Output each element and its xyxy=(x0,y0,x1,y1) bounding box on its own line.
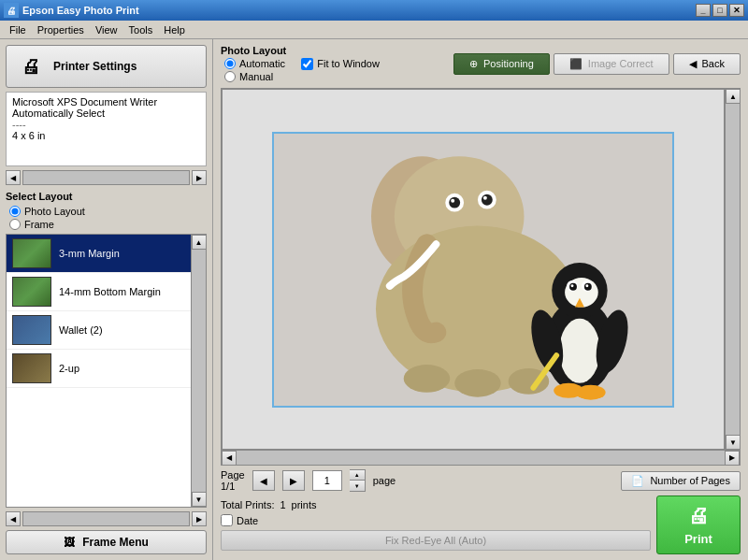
layout-item-3mm-label: 3-mm Margin xyxy=(59,248,120,259)
page-spinner-up[interactable]: ▲ xyxy=(350,470,365,481)
vscroll-up-btn[interactable]: ▲ xyxy=(726,89,740,104)
layout-item-14mm[interactable]: 14-mm Bottom Margin xyxy=(7,273,191,311)
radio-automatic-row[interactable]: Automatic xyxy=(224,58,286,69)
positioning-button[interactable]: ⊕ Positioning xyxy=(453,53,550,75)
page-controls: Page 1/1 ◀ ▶ ▲ ▼ page 📄 Number of Pages xyxy=(221,466,741,495)
date-checkbox-row[interactable]: Date xyxy=(221,514,651,526)
radio-automatic-label: Automatic xyxy=(239,58,285,69)
page-spinner: ▲ ▼ xyxy=(350,469,366,492)
svg-point-9 xyxy=(483,195,487,199)
layout-thumb-2up xyxy=(12,353,51,383)
layout-item-wallet[interactable]: Wallet (2) xyxy=(7,311,191,350)
toolbar-row: Photo Layout Automatic Manual Fit to Win… xyxy=(221,45,741,82)
layout-item-wallet-label: Wallet (2) xyxy=(59,324,103,336)
scroll-right-btn[interactable]: ▶ xyxy=(192,170,207,185)
printer-paper: Automatically Select xyxy=(12,108,200,119)
page-prev-btn[interactable]: ◀ xyxy=(252,470,275,491)
layout-thumb-img-14mm xyxy=(13,278,50,306)
radio-photo-layout[interactable] xyxy=(9,206,21,217)
menu-properties[interactable]: Properties xyxy=(32,22,90,37)
image-correct-icon: ⬛ xyxy=(569,58,583,70)
total-prints-value: 1 xyxy=(280,499,285,510)
printer-settings-button[interactable]: 🖨 Printer Settings xyxy=(6,45,207,88)
minimize-btn[interactable]: _ xyxy=(696,4,711,17)
vscroll-down-btn[interactable]: ▼ xyxy=(726,435,740,450)
printer-scrollbar: ◀ ▶ xyxy=(6,170,207,185)
layout-list-inner: 3-mm Margin 14-mm Bottom Margin Wallet (… xyxy=(7,235,206,507)
close-btn[interactable]: ✕ xyxy=(729,4,744,17)
print-label: Print xyxy=(684,532,712,546)
menu-tools[interactable]: Tools xyxy=(123,22,159,37)
back-button[interactable]: ◀ Back xyxy=(673,53,741,75)
menu-file[interactable]: File xyxy=(4,22,32,37)
layout-item-2up[interactable]: 2-up xyxy=(7,350,191,388)
radio-automatic[interactable] xyxy=(224,58,236,69)
page-number-input[interactable] xyxy=(312,470,342,491)
radio-photo-layout-label: Photo Layout xyxy=(24,206,85,217)
radio-frame-label: Frame xyxy=(24,219,54,230)
layout-item-3mm[interactable]: 3-mm Margin xyxy=(7,235,191,273)
layout-hscroll[interactable] xyxy=(22,511,190,526)
radio-manual-row[interactable]: Manual xyxy=(224,71,286,82)
layout-thumb-img-wallet xyxy=(13,316,50,344)
printer-icon: 🖨 xyxy=(16,51,46,81)
menu-help[interactable]: Help xyxy=(158,22,191,37)
app-icon: 🖨 xyxy=(4,3,19,18)
frame-menu-button[interactable]: 🖼 Frame Menu xyxy=(6,530,207,554)
scroll-left-btn[interactable]: ◀ xyxy=(6,170,21,185)
title-bar: 🖨 Epson Easy Photo Print _ □ ✕ xyxy=(0,0,748,21)
total-prints-section: Total Prints: 1 prints xyxy=(221,499,651,510)
fix-redeye-label: Fix Red-Eye All (Auto) xyxy=(385,535,486,546)
svg-point-6 xyxy=(451,198,454,202)
hscroll-left-btn[interactable]: ◀ xyxy=(222,451,237,466)
image-correct-button[interactable]: ⬛ Image Correct xyxy=(554,53,669,75)
radio-manual-label: Manual xyxy=(239,71,273,82)
preview-container[interactable] xyxy=(222,89,725,450)
date-label: Date xyxy=(237,515,258,526)
photo-layout-radio-group: Automatic Manual xyxy=(224,58,286,82)
total-prints-label: Total Prints: xyxy=(221,499,274,510)
image-correct-label: Image Correct xyxy=(588,58,654,69)
fit-to-window-checkbox[interactable] xyxy=(301,58,313,70)
printer-hscroll[interactable] xyxy=(22,170,190,185)
svg-point-27 xyxy=(576,384,606,399)
radio-manual[interactable] xyxy=(224,71,236,82)
fit-to-window-section: Fit to Window xyxy=(301,58,380,70)
fix-redeye-button[interactable]: Fix Red-Eye All (Auto) xyxy=(221,530,651,551)
layout-scrollbar: ◀ ▶ xyxy=(6,511,207,526)
print-button[interactable]: 🖨 Print xyxy=(656,495,741,554)
layout-scroll-bar: ▲ ▼ xyxy=(191,235,206,507)
date-checkbox[interactable] xyxy=(221,514,233,526)
page-next-btn[interactable]: ▶ xyxy=(282,470,305,491)
select-layout-label: Select Layout xyxy=(6,191,207,202)
layout-scroll-up[interactable]: ▲ xyxy=(192,235,207,250)
svg-point-14 xyxy=(559,318,600,382)
radio-photo-layout-row[interactable]: Photo Layout xyxy=(9,206,207,217)
bottom-row: Total Prints: 1 prints Date Fix Red-Eye … xyxy=(221,495,741,554)
layout-scroll-left-btn[interactable]: ◀ xyxy=(6,511,21,526)
preview-vscroll[interactable]: ▲ ▼ xyxy=(725,89,740,450)
hscroll-right-btn[interactable]: ▶ xyxy=(725,451,740,466)
radio-frame[interactable] xyxy=(9,219,21,230)
frame-menu-label: Frame Menu xyxy=(82,536,149,549)
svg-point-11 xyxy=(454,369,501,397)
layout-item-2up-label: 2-up xyxy=(59,363,79,374)
num-pages-icon: 📄 xyxy=(631,475,644,487)
layout-scroll-track[interactable] xyxy=(192,250,207,492)
printer-name: Microsoft XPS Document Writer xyxy=(12,96,200,108)
photo-preview xyxy=(274,134,672,406)
vscroll-track[interactable] xyxy=(726,104,740,435)
maximize-btn[interactable]: □ xyxy=(712,4,727,17)
menu-bar: File Properties View Tools Help xyxy=(0,21,748,39)
radio-frame-row[interactable]: Frame xyxy=(9,219,207,230)
layout-scroll-down[interactable]: ▼ xyxy=(192,492,207,507)
page-spinner-down[interactable]: ▼ xyxy=(350,481,365,491)
number-of-pages-button[interactable]: 📄 Number of Pages xyxy=(621,471,741,491)
menu-view[interactable]: View xyxy=(90,22,123,37)
main-container: 🖨 Printer Settings Microsoft XPS Documen… xyxy=(0,39,748,560)
num-pages-label: Number of Pages xyxy=(650,475,730,486)
preview-hscroll[interactable]: ◀ ▶ xyxy=(222,450,740,465)
layout-scroll-right-btn[interactable]: ▶ xyxy=(192,511,207,526)
layout-type-radio-group: Photo Layout Frame xyxy=(9,206,207,230)
hscroll-track[interactable] xyxy=(237,452,725,465)
